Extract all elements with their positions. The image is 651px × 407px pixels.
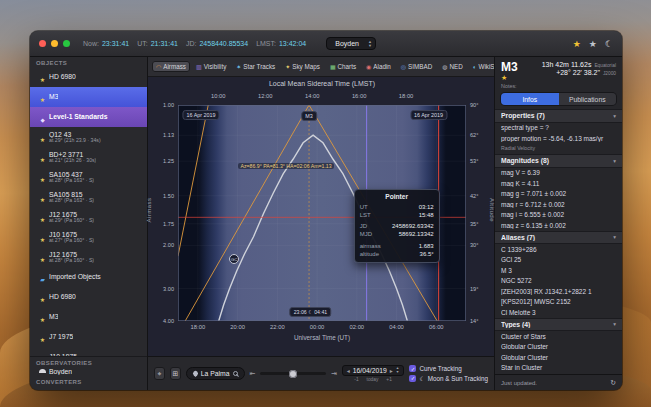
info-row[interactable]: Star in Cluster ▾ xyxy=(495,363,622,374)
info-segmented-control: Infos Publications xyxy=(501,93,616,105)
refresh-icon[interactable]: ↻ xyxy=(610,379,616,387)
info-row[interactable]: Magnitudes (8) ▾ xyxy=(495,154,622,168)
info-row[interactable]: mag K = 4.11 ▾ xyxy=(495,178,622,189)
next-day-icon[interactable]: ▸ xyxy=(390,367,393,374)
object-list-item[interactable]: Q12 43 at 29° (21h 23.9 · 34s) xyxy=(30,127,147,147)
night-mode-icon[interactable]: ☾ xyxy=(605,39,613,49)
info-text: [KPS2012] MWSC 2152 xyxy=(501,298,616,306)
object-list-item[interactable]: SA105 437 at 28° (Pa 163° · S) xyxy=(30,167,147,187)
info-row[interactable]: Cluster of Stars ▾ xyxy=(495,331,622,342)
object-list-item[interactable]: BD+2 3771 at 21° (21h 26 · 30s) xyxy=(30,147,147,167)
left-axis-ticks: 1.001.131.251.501.752.003.004.00 xyxy=(148,105,176,321)
info-row[interactable]: mag i = 6.555 ± 0.002 ▾ xyxy=(495,210,622,221)
object-list-item[interactable]: HD 6980 xyxy=(30,67,147,87)
object-list-item[interactable]: J10 1675 at 27° (Pa 160° · S) xyxy=(30,227,147,247)
object-subtitle: at 29° (21h 23.9 · 34s) xyxy=(49,138,101,144)
tab-icon: ◐ xyxy=(473,64,477,70)
object-list-item[interactable]: M3 xyxy=(30,307,147,327)
info-row[interactable]: NGC 5272 ▾ xyxy=(495,276,622,287)
info-row[interactable]: mag r = 6.712 ± 0.002 ▾ xyxy=(495,199,622,210)
minimize-window-button[interactable] xyxy=(51,40,58,47)
info-row[interactable]: Properties (7) ▾ xyxy=(495,109,622,123)
info-row[interactable]: mag V = 6.39 ▾ xyxy=(495,168,622,179)
info-row[interactable]: Globular Cluster ▾ xyxy=(495,342,622,353)
publications-tab-button[interactable]: Publications xyxy=(559,93,617,105)
moon-times-badge: 23:06 ☾ 04:41 xyxy=(290,307,332,317)
object-list-item[interactable]: SA105 815 at 28° (Pa 163° · S) xyxy=(30,187,147,207)
info-text: NGC 5272 xyxy=(501,277,616,285)
observatory-select[interactable]: Boyden ▲▼ xyxy=(326,37,376,50)
object-icon xyxy=(39,348,46,356)
slider-end-icon[interactable]: ⇥ xyxy=(331,370,337,378)
view-tab[interactable]: ◍ NED xyxy=(438,61,467,72)
axis-tick-label: 53° xyxy=(470,158,478,164)
object-list-item[interactable]: J12 1675 at 29° (Pa 160° · S) xyxy=(30,207,147,227)
info-row[interactable]: C 1339+286 ▾ xyxy=(495,244,622,255)
view-tab[interactable]: ✦ Sky Maps xyxy=(281,61,324,72)
objects-section-header[interactable]: OBJECTS xyxy=(30,57,147,67)
info-row[interactable]: Globular Cluster ▾ xyxy=(495,352,622,363)
view-tab[interactable]: ◉ Aladin xyxy=(362,61,395,72)
info-row[interactable]: proper motion = -5.64, -6.13 mas/yr ▾ xyxy=(495,133,622,144)
notes-field[interactable]: Notes: xyxy=(495,83,622,91)
info-rows-list[interactable]: Properties (7) ▾ spectral type = ? ▾ pro… xyxy=(495,109,622,374)
crosshair-mode-button[interactable]: ⌖ xyxy=(154,367,165,380)
time-slider-thumb[interactable] xyxy=(289,370,297,378)
info-row[interactable]: Aliases (7) ▾ xyxy=(495,231,622,245)
favorite-star-icon[interactable]: ★ xyxy=(501,74,507,82)
info-row[interactable]: Types (4) ▾ xyxy=(495,318,622,332)
object-subtitle: at 21° (21h 26 · 30s) xyxy=(49,158,96,164)
previous-day-icon[interactable]: ◂ xyxy=(347,367,350,374)
object-list-item[interactable]: Level-1 Standards xyxy=(30,107,147,127)
info-row[interactable]: [KPS2012] MWSC 2152 ▾ xyxy=(495,297,622,308)
date-field[interactable]: ◂ 16/04/2019 ▸ ▲▼ xyxy=(342,365,405,376)
object-list-item[interactable]: M3 xyxy=(30,87,147,107)
slider-start-icon[interactable]: ⇤ xyxy=(250,370,256,378)
time-slider[interactable] xyxy=(260,372,325,375)
info-row[interactable]: mag g = 7.071 ± 0.002 ▾ xyxy=(495,189,622,200)
location-search-field[interactable]: La Palma xyxy=(186,367,245,380)
info-row[interactable]: [ZEH2003] RX J1342.1+2822 1 ▾ xyxy=(495,286,622,297)
converters-section-header[interactable]: CONVERTERS xyxy=(30,376,147,390)
observatory-list-item[interactable]: Boyden xyxy=(30,367,147,377)
infos-tab-button[interactable]: Infos xyxy=(501,93,559,105)
date-hint-today[interactable]: today xyxy=(367,377,379,382)
tab-icon: ◎ xyxy=(401,63,406,70)
add-star-icon[interactable]: ★ xyxy=(589,39,597,49)
view-tab[interactable]: ▦ Charts xyxy=(326,61,360,72)
date-hint-next[interactable]: +1 xyxy=(386,377,391,382)
moon-sun-tracking-checkbox[interactable]: ✓ xyxy=(409,375,416,382)
object-list-item[interactable]: Imported Objects xyxy=(30,267,147,287)
tab-label: Star Tracks xyxy=(243,63,275,70)
object-list-item[interactable]: HD 6980 xyxy=(30,287,147,307)
object-icon xyxy=(39,188,46,206)
info-row[interactable]: GCl 25 ▾ xyxy=(495,255,622,266)
plot-surface[interactable]: 16 Apr 2019 16 Apr 2019 M3 Az=86.9° PA=8… xyxy=(178,105,466,321)
date-stepper-icon[interactable]: ▲▼ xyxy=(396,367,400,374)
info-row[interactable]: Cl Melotte 3 ▾ xyxy=(495,307,622,318)
object-list-item[interactable]: J7 1975 xyxy=(30,327,147,347)
grid-mode-button[interactable]: ⊞ xyxy=(170,367,181,380)
date-hint-prev[interactable]: -1 xyxy=(354,377,358,382)
tooltip-row: altitude 36.5° xyxy=(360,250,434,258)
object-label: J10 1675 xyxy=(49,231,94,239)
objects-list[interactable]: HD 6980 M3 xyxy=(30,67,147,356)
object-label: Imported Objects xyxy=(49,273,101,281)
zoom-window-button[interactable] xyxy=(63,40,70,47)
info-row[interactable]: mag z = 6.135 ± 0.002 ▾ xyxy=(495,220,622,231)
view-tab[interactable]: ◎ SIMBAD xyxy=(397,61,436,72)
info-row[interactable]: spectral type = ? ▾ xyxy=(495,123,622,134)
date-value: 16/04/2019 xyxy=(353,367,387,374)
close-window-button[interactable] xyxy=(39,40,46,47)
object-list-item[interactable]: J12 1675 at 28° (Pa 160° · S) xyxy=(30,247,147,267)
view-tab[interactable]: ◠ Airmass xyxy=(152,61,190,72)
info-row[interactable]: RV = -141.2 ± 5.6 km/s ▾ Radial Velocity xyxy=(495,144,622,155)
favorite-star-icon[interactable]: ★ xyxy=(573,39,581,49)
object-list-item[interactable]: J10 1975 xyxy=(30,347,147,356)
axis-tick-label: 14:00 xyxy=(305,93,320,99)
view-tab[interactable]: ✶ Star Tracks xyxy=(232,61,279,72)
observatories-section-header[interactable]: OBSERVATORIES xyxy=(30,357,147,367)
view-tab[interactable]: ▥ Visibility xyxy=(192,61,230,72)
curve-tracking-checkbox[interactable]: ✓ xyxy=(409,365,416,372)
info-row[interactable]: M 3 ▾ xyxy=(495,265,622,276)
